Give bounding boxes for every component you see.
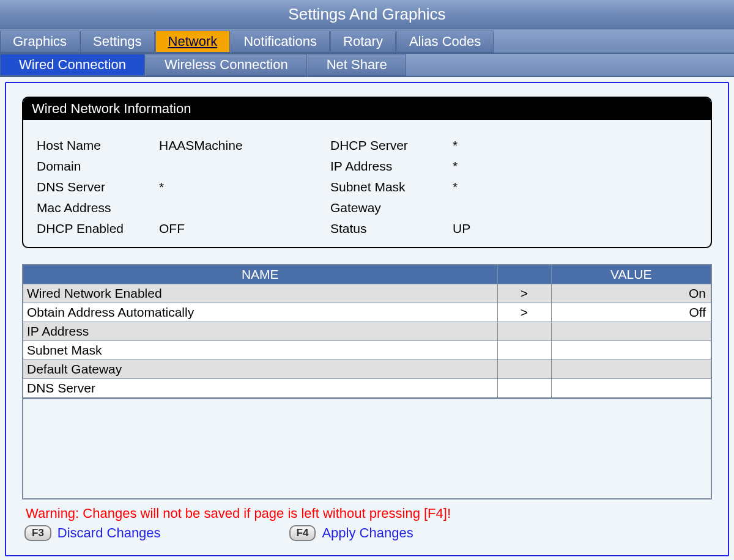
info-label: DNS Server — [37, 180, 159, 194]
primary-tab-network[interactable]: Network — [155, 31, 231, 53]
primary-tabs: GraphicsSettingsNetworkNotificationsRota… — [0, 29, 734, 54]
table-spacer — [22, 399, 712, 499]
settings-cell-indicator — [497, 341, 551, 360]
info-label: DHCP Enabled — [37, 221, 159, 236]
settings-row[interactable]: DNS Server — [23, 379, 711, 398]
primary-tab-alias-codes[interactable]: Alias Codes — [396, 31, 494, 53]
primary-tab-notifications[interactable]: Notifications — [231, 31, 330, 53]
secondary-tab-wireless-connection[interactable]: Wireless Connection — [146, 54, 307, 76]
settings-cell-indicator: > — [497, 284, 551, 303]
wired-network-info-box: Wired Network Information Host NameHAASM… — [22, 97, 712, 248]
discard-changes-label: Discard Changes — [57, 525, 161, 541]
secondary-tabs: Wired ConnectionWireless ConnectionNet S… — [0, 54, 734, 77]
settings-cell-value — [551, 322, 711, 341]
settings-cell-name: Subnet Mask — [23, 341, 497, 360]
info-value: * — [453, 180, 575, 194]
settings-header-indicator — [497, 265, 551, 284]
window-title-bar: Settings And Graphics — [0, 0, 734, 29]
settings-row[interactable]: Wired Network Enabled>On — [23, 284, 711, 303]
info-value — [159, 201, 330, 215]
info-label: Domain — [37, 159, 159, 174]
settings-table: NAME VALUE Wired Network Enabled>OnObtai… — [22, 264, 712, 399]
info-value: UP — [453, 221, 575, 236]
settings-header-value: VALUE — [551, 265, 711, 284]
settings-window: Settings And Graphics GraphicsSettingsNe… — [0, 0, 734, 560]
info-label: Host Name — [37, 138, 159, 153]
settings-cell-name: Default Gateway — [23, 360, 497, 379]
f4-button[interactable]: F4 — [289, 525, 316, 541]
info-value: * — [453, 138, 575, 153]
info-value — [453, 201, 575, 215]
settings-cell-value — [551, 360, 711, 379]
settings-cell-name: Wired Network Enabled — [23, 284, 497, 303]
settings-row[interactable]: Default Gateway — [23, 360, 711, 379]
info-label: Mac Address — [37, 201, 159, 215]
settings-header-name: NAME — [23, 265, 497, 284]
info-value: OFF — [159, 221, 330, 236]
info-label: Subnet Mask — [330, 180, 453, 194]
settings-cell-value: On — [551, 284, 711, 303]
settings-cell-indicator — [497, 360, 551, 379]
info-value: * — [159, 180, 330, 194]
settings-row[interactable]: Obtain Address Automatically>Off — [23, 303, 711, 322]
settings-row[interactable]: Subnet Mask — [23, 341, 711, 360]
settings-cell-name: DNS Server — [23, 379, 497, 398]
settings-cell-name: Obtain Address Automatically — [23, 303, 497, 322]
settings-cell-name: IP Address — [23, 322, 497, 341]
settings-row[interactable]: IP Address — [23, 322, 711, 341]
settings-cell-value: Off — [551, 303, 711, 322]
settings-cell-indicator — [497, 322, 551, 341]
settings-cell-value — [551, 341, 711, 360]
info-value: HAASMachine — [159, 138, 330, 153]
info-box-title: Wired Network Information — [23, 98, 711, 120]
primary-tab-settings[interactable]: Settings — [80, 31, 155, 53]
info-label: IP Address — [330, 159, 453, 174]
info-label: Status — [330, 221, 453, 236]
info-value — [159, 159, 330, 174]
apply-changes-action: F4 Apply Changes — [289, 525, 413, 541]
secondary-tab-net-share[interactable]: Net Share — [308, 54, 406, 76]
primary-tab-rotary[interactable]: Rotary — [330, 31, 396, 53]
info-value: * — [453, 159, 575, 174]
discard-changes-action: F3 Discard Changes — [24, 525, 161, 541]
f3-button[interactable]: F3 — [24, 525, 51, 541]
warning-text: Warning: Changes will not be saved if pa… — [22, 506, 712, 521]
settings-cell-value — [551, 379, 711, 398]
secondary-tab-wired-connection[interactable]: Wired Connection — [0, 54, 145, 76]
action-row: F3 Discard Changes F4 Apply Changes — [22, 525, 712, 541]
window-title: Settings And Graphics — [288, 5, 445, 23]
settings-cell-indicator: > — [497, 303, 551, 322]
primary-tab-graphics[interactable]: Graphics — [0, 31, 80, 53]
apply-changes-label: Apply Changes — [322, 525, 413, 541]
info-grid: Host NameHAASMachineDHCP Server*DomainIP… — [23, 120, 711, 247]
settings-cell-indicator — [497, 379, 551, 398]
content-panel: Wired Network Information Host NameHAASM… — [5, 82, 729, 556]
info-label: Gateway — [330, 201, 453, 215]
info-label: DHCP Server — [330, 138, 453, 153]
